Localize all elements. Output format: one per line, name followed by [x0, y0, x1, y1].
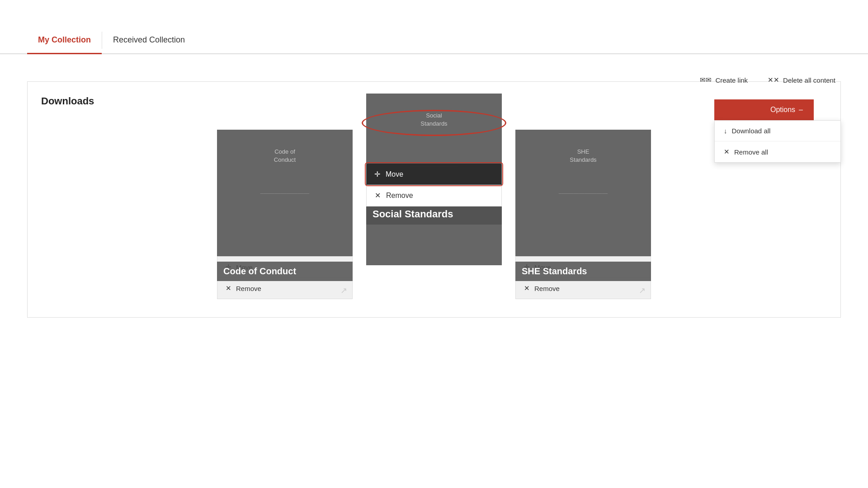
card-3-image: SHE Standards ───────────────── — [515, 130, 651, 256]
card-2-image-title: Social Standards — [411, 112, 456, 128]
card-3-arrow-icon: ↗ — [639, 286, 646, 296]
card-2-overlay-menu: ✛ Move ✕ Remove — [366, 164, 502, 206]
download-icon: ↓ — [724, 127, 727, 135]
card-code-of-conduct: Code of Conduct ───────────────── Code o… — [217, 130, 353, 299]
options-chevron-icon: – — [799, 106, 803, 114]
remove-all-option[interactable]: ✕ Remove all — [715, 141, 840, 162]
tab-received-collection[interactable]: Received Collection — [102, 27, 196, 54]
options-dropdown: Options – ↓ Download all ✕ Remove all — [714, 99, 841, 163]
card-2-remove-overlay[interactable]: ✕ Remove — [366, 185, 502, 206]
tab-received-collection-label: Received Collection — [113, 35, 185, 44]
card-1-remove-icon: ✕ — [226, 284, 231, 292]
create-link-label: Create link — [715, 76, 748, 84]
card-1-title: Code of Conduct — [217, 262, 353, 281]
card-1-image: Code of Conduct ───────────────── — [217, 130, 353, 256]
card-3-remove-icon: ✕ — [524, 284, 530, 292]
card-she-standards: SHE Standards ───────────────── SHE Stan… — [515, 130, 651, 299]
card-3-image-title: SHE Standards — [561, 148, 605, 164]
tab-my-collection-label: My Collection — [38, 35, 91, 44]
card-1-remove-button[interactable]: ✕ Remove — [217, 278, 353, 299]
options-menu: ↓ Download all ✕ Remove all — [714, 120, 841, 163]
options-label: Options — [770, 106, 795, 114]
delete-all-content-label: Delete all content — [783, 76, 835, 84]
options-button[interactable]: Options – — [714, 99, 814, 120]
mail-icon: ✉ — [700, 76, 712, 84]
card-3-meta: ───────────────── — [554, 191, 612, 196]
delete-all-content-button[interactable]: ✕ Delete all content — [762, 72, 841, 88]
card-3-remove-button[interactable]: ✕ Remove — [515, 278, 651, 299]
card-3-title: SHE Standards — [515, 262, 651, 281]
card-1-image-title: Code of Conduct — [265, 148, 305, 164]
download-all-label: Download all — [732, 127, 771, 135]
cards-grid: Code of Conduct ───────────────── Code o… — [41, 121, 827, 299]
card-2-remove-overlay-icon: ✕ — [375, 191, 381, 200]
x-icon: ✕ — [768, 76, 779, 84]
create-link-button[interactable]: ✉ Create link — [694, 72, 753, 88]
card-1-arrow-icon: ↗ — [340, 286, 347, 296]
card-2-remove-overlay-label: Remove — [386, 192, 413, 200]
download-all-option[interactable]: ↓ Download all — [715, 121, 840, 141]
tabs-container: My Collection Received Collection — [0, 27, 868, 54]
card-2-title: Social Standards — [366, 204, 502, 225]
card-2-move-overlay[interactable]: ✛ Move — [366, 164, 502, 185]
remove-all-x-icon: ✕ — [724, 148, 730, 156]
top-actions: ✉ Create link ✕ Delete all content — [694, 72, 841, 88]
card-3-remove-label: Remove — [534, 285, 560, 292]
card-1-meta: ───────────────── — [256, 191, 314, 196]
card-2-move-overlay-label: Move — [386, 170, 403, 178]
remove-all-label: Remove all — [734, 148, 768, 156]
card-2-move-overlay-icon: ✛ — [374, 170, 380, 178]
tab-my-collection[interactable]: My Collection — [27, 27, 102, 54]
card-social-standards: Social Standards ───────────────── Socia… — [366, 94, 502, 265]
main-content: ✉ Create link ✕ Delete all content Optio… — [0, 54, 868, 336]
card-1-remove-label: Remove — [236, 285, 261, 292]
